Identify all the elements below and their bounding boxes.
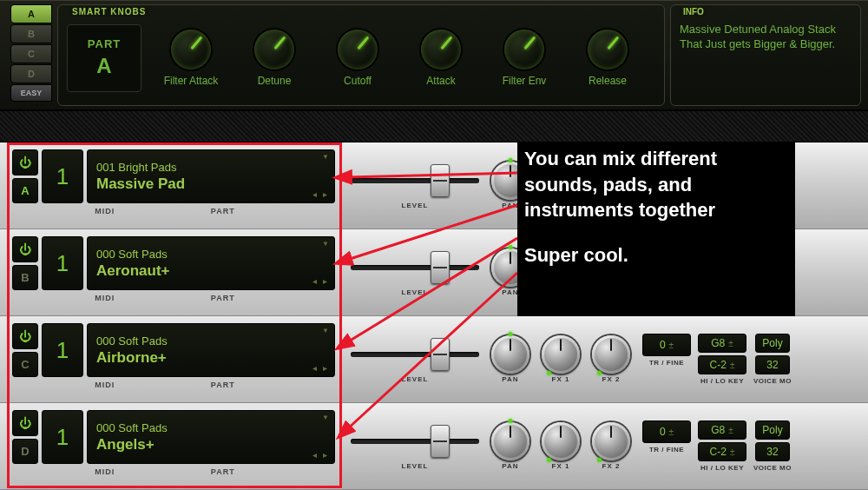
patch-name: Aeronaut+ [96,262,326,280]
power-button[interactable]: ⏻ [12,149,38,175]
tab-c[interactable]: C [10,44,52,63]
midi-channel[interactable]: 1 [42,236,83,290]
voice-label: VOICE MO [753,464,792,472]
pan-knob[interactable] [491,422,529,460]
hikey-cell[interactable]: G8± [698,420,746,440]
knob-release[interactable] [588,30,628,70]
part-indicator[interactable]: PART A [67,24,141,92]
dropdown-icon: ▼ [322,153,329,161]
poly-cell[interactable]: Poly [755,334,790,353]
knob-cutoff[interactable] [338,30,378,70]
power-icon: ⏻ [19,242,31,256]
patch-name: Airborne+ [96,349,326,367]
info-panel: INFO Massive Detuned Analog Stack That J… [670,4,861,106]
dropdown-icon: ▼ [322,240,329,248]
fx2-label: FX 2 [602,462,621,470]
patch-lcd[interactable]: ▼ 001 Bright Pads Massive Pad ◂ ▸ [87,149,335,203]
part-label: PART [211,467,235,476]
info-text: Massive Detuned Analog Stack That Just g… [680,23,852,52]
level-slider[interactable] [351,335,479,374]
tab-easy[interactable]: EASY [10,84,52,102]
patch-nav-icon[interactable]: ◂ ▸ [312,276,329,286]
part-value: A [96,54,111,78]
trfine-label: TR / FINE [649,446,684,454]
lokey-cell[interactable]: C-2± [698,442,746,461]
patch-lcd[interactable]: ▼ 000 Soft Pads Angels+ ◂ ▸ [87,410,335,464]
part-select-button[interactable]: B [12,265,38,291]
power-icon: ⏻ [19,416,31,430]
part-right: LEVEL PAN FX 1 FX 2 0± TR / FINE [342,403,868,490]
part-row-c: ⏻ C 1 ▼ 000 Soft Pads Airborne+ ◂ ▸ MIDI… [0,316,868,403]
part-select-button[interactable]: A [12,178,38,204]
pan-label: PAN [502,202,518,209]
poly-cell[interactable]: Poly [755,420,790,440]
midi-channel[interactable]: 1 [42,149,83,203]
tab-column: A B C D EASY [10,1,52,109]
midi-label: MIDI [95,467,115,476]
part-label: PART [211,207,235,215]
part-left: ⏻ B 1 ▼ 000 Soft Pads Aeronaut+ ◂ ▸ MIDI… [0,229,342,316]
level-label: LEVEL [402,462,429,470]
knob-label: Attack [426,75,455,87]
midi-label: MIDI [95,381,115,389]
patch-category: 000 Soft Pads [96,334,326,348]
power-button[interactable]: ⏻ [12,323,38,349]
part-select-button[interactable]: C [12,352,38,378]
level-slider[interactable] [351,422,479,460]
part-select-button[interactable]: D [12,439,38,465]
pan-knob[interactable] [491,335,529,374]
patch-nav-icon[interactable]: ◂ ▸ [312,450,329,460]
knob-label: Filter Env [503,75,547,87]
fx2-knob[interactable] [592,335,630,374]
knob-label: Release [589,75,627,87]
tab-b[interactable]: B [10,24,52,43]
part-label: PART [211,294,235,302]
top-section: A B C D EASY SMART KNOBS PART A Filter A… [0,0,868,111]
patch-nav-icon[interactable]: ◂ ▸ [312,189,329,199]
hikey-cell[interactable]: G8± [698,334,746,353]
hilo-label: HI / LO KEY [700,464,744,472]
knob-label: Cutoff [344,75,372,87]
dropdown-icon: ▼ [322,327,329,334]
midi-channel[interactable]: 1 [42,323,83,377]
power-button[interactable]: ⏻ [12,236,38,262]
part-label: PART [211,381,235,389]
power-button[interactable]: ⏻ [12,410,38,436]
smart-knobs-panel: SMART KNOBS PART A Filter Attack Detune … [57,4,665,106]
transpose-cell[interactable]: 0± [642,334,691,356]
fx1-knob[interactable] [542,422,580,460]
tab-d[interactable]: D [10,64,52,83]
pan-label: PAN [502,462,518,470]
pan-label: PAN [502,288,518,296]
level-slider[interactable] [351,248,479,287]
power-icon: ⏻ [19,329,31,343]
tab-a[interactable]: A [10,4,52,23]
knob-attack[interactable] [421,30,461,70]
level-label: LEVEL [402,202,429,209]
midi-label: MIDI [95,207,115,215]
knob-filter-attack[interactable] [171,30,211,70]
annotation-line: Super cool. [524,242,788,268]
info-title: INFO [680,7,707,17]
knob-detune[interactable] [254,30,294,70]
knob-filter-env[interactable] [504,30,544,70]
fx2-knob[interactable] [592,422,630,460]
level-slider[interactable] [351,162,479,200]
patch-lcd[interactable]: ▼ 000 Soft Pads Aeronaut+ ◂ ▸ [87,236,335,290]
patch-nav-icon[interactable]: ◂ ▸ [312,363,329,373]
dropdown-icon: ▼ [322,414,329,421]
pan-label: PAN [502,375,518,383]
carbon-strip [0,111,868,142]
voices-cell[interactable]: 32 [755,442,790,461]
midi-channel[interactable]: 1 [42,410,83,464]
transpose-cell[interactable]: 0± [642,420,691,443]
fx1-knob[interactable] [542,335,580,374]
lokey-cell[interactable]: C-2± [698,355,746,374]
trfine-label: TR / FINE [649,359,684,367]
midi-label: MIDI [95,294,115,302]
level-label: LEVEL [402,288,429,296]
patch-lcd[interactable]: ▼ 000 Soft Pads Airborne+ ◂ ▸ [87,323,335,377]
knob-label: Detune [258,75,292,87]
smart-knobs-title: SMART KNOBS [69,7,149,17]
voices-cell[interactable]: 32 [755,355,790,374]
